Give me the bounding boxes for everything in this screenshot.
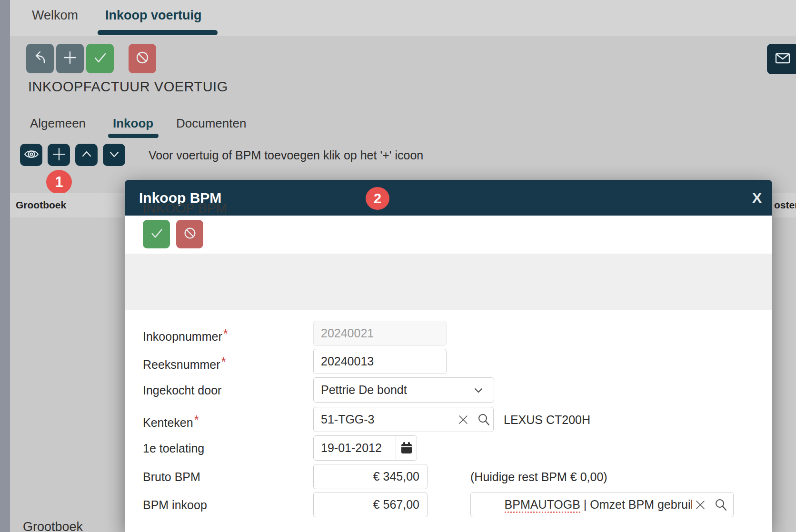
lookup-code: BPMAUTOGB [505,498,580,513]
bpm-inkoop-input[interactable]: € 567,00 [313,492,428,517]
tab-welkom[interactable]: Welkom [32,0,78,30]
search-icon[interactable] [711,493,730,517]
chevron-down-icon [469,378,488,402]
bruto-bpm-label: Bruto BPM [143,469,200,484]
chevron-up-icon [80,147,94,163]
cancel-button[interactable] [129,44,156,73]
envelope-icon [773,50,792,68]
page-title: INKOOPFACTUUR VOERTUIG [28,79,228,95]
grid-hint-text: Voor voertuig of BPM toevoegen klik op h… [149,148,423,162]
required-marker: * [221,355,226,369]
calendar-icon [401,442,412,453]
ingekocht-door-select[interactable]: Pettrie De bondt [313,377,494,403]
tab-algemeen[interactable]: Algemeen [30,115,86,131]
bruto-bpm-input[interactable]: € 345,00 [313,464,428,489]
kenteken-label: Kenteken* [143,412,199,427]
inkoopnummer-label: Inkoopnummer* [143,326,228,341]
column-header-grootboek: Grootboek [16,199,66,211]
plus-icon [51,147,67,164]
active-tab-underline [98,30,218,35]
clear-icon[interactable] [454,407,473,432]
required-marker: * [194,413,199,427]
clear-icon[interactable] [691,493,710,517]
bpm-inkoop-label: BPM inkoop [143,497,207,512]
step-badge-1: 1 [46,170,72,194]
dialog-close-button[interactable]: X [744,180,770,216]
inkoopnummer-input: 20240021 [313,321,447,346]
tab-inkoop[interactable]: Inkoop [113,115,153,131]
bottom-grootboek-label: Grootboek [23,520,83,532]
check-icon [92,49,108,68]
back-button[interactable] [26,44,54,73]
dialog-section-title: INKOOP BPM [143,180,227,236]
left-sidebar-strip [0,0,10,532]
toelating-label: 1e toelating [143,441,204,456]
confirm-button[interactable] [86,44,114,73]
eye-icon [23,147,40,163]
rest-bpm-text: (Huidige rest BPM € 0,00) [470,469,607,484]
reeksnummer-input[interactable]: 20240013 [313,349,447,374]
ingekocht-door-label: Ingekocht door [143,383,221,398]
plus-icon [62,49,78,68]
reeksnummer-label: Reeksnummer* [143,354,226,369]
back-arrow-icon [32,49,48,68]
lookup-description: | Omzet BPM gebruikt [580,498,692,511]
add-button[interactable] [56,44,84,73]
ban-icon [134,49,150,68]
chevron-down-icon [107,147,121,163]
dialog-section-band [125,254,772,310]
column-header-kosten-partial: osten [774,199,796,211]
move-up-button[interactable] [75,144,98,166]
application-window: Welkom Inkoop voertuig INKOOPFACTUUR VOE… [0,0,796,532]
bpm-grootboek-lookup[interactable]: BPMAUTOGB | Omzet BPM gebruikt [470,492,734,517]
add-row-button[interactable] [48,144,70,166]
calendar-button[interactable] [397,436,416,460]
kenteken-result-text: LEXUS CT200H [504,412,590,427]
toelating-date-input[interactable]: 19-01-2012 [313,435,417,461]
inkoop-bpm-dialog: Inkoop BPM 2 X INKOOP BPM Inkoopnummer* … [125,180,772,532]
active-subtab-underline [108,134,159,138]
search-icon[interactable] [474,407,493,432]
view-button[interactable] [20,144,42,166]
date-divider [396,436,396,460]
required-marker: * [223,326,228,341]
kenteken-input[interactable]: 51-TGG-3 [313,407,494,432]
tab-inkoop-voertuig[interactable]: Inkoop voertuig [105,0,202,30]
mail-button[interactable] [767,44,796,74]
move-down-button[interactable] [103,144,125,166]
tab-documenten[interactable]: Documenten [176,115,246,131]
step-badge-2: 2 [366,187,389,210]
